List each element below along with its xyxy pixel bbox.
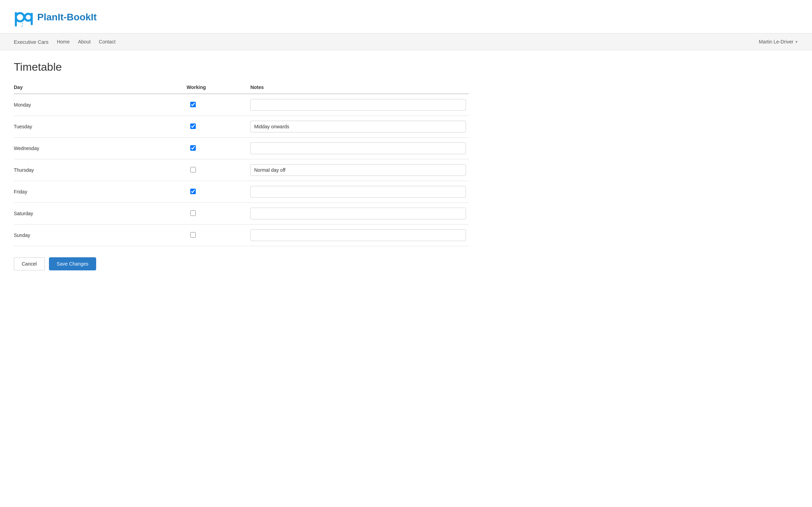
page-title: Timetable	[14, 61, 469, 73]
table-row: Wednesday	[14, 138, 469, 159]
checkbox-working-thursday[interactable]	[190, 167, 196, 172]
table-header-row: Day Working Notes	[14, 82, 469, 94]
checkbox-working-friday[interactable]	[190, 189, 196, 194]
input-notes-monday[interactable]	[250, 99, 466, 111]
nav-link-home[interactable]: Home	[57, 39, 70, 44]
save-button[interactable]: Save Changes	[49, 257, 97, 270]
nav-link-about[interactable]: About	[78, 39, 91, 44]
col-header-notes: Notes	[250, 82, 469, 94]
cell-notes-thursday	[250, 159, 469, 181]
cell-day-friday: Friday	[14, 181, 187, 203]
cell-day-saturday: Saturday	[14, 203, 187, 225]
navbar-links: Home About Contact	[57, 39, 759, 44]
navbar-brand: Executive Cars	[14, 39, 49, 45]
cell-working-friday	[187, 181, 251, 203]
input-notes-wednesday[interactable]	[250, 142, 466, 154]
cell-working-monday	[187, 94, 251, 116]
cell-day-thursday: Thursday	[14, 159, 187, 181]
nav-link-contact[interactable]: Contact	[99, 39, 115, 44]
navbar: Executive Cars Home About Contact Martin…	[0, 33, 812, 50]
cell-notes-monday	[250, 94, 469, 116]
cell-notes-saturday	[250, 203, 469, 225]
cell-working-tuesday	[187, 116, 251, 138]
timetable: Day Working Notes MondayTuesdayWednesday…	[14, 82, 469, 246]
logo-area: PlanIt-BookIt	[0, 0, 812, 33]
cell-notes-wednesday	[250, 138, 469, 159]
logo-icon	[14, 7, 34, 28]
logo: PlanIt-BookIt	[14, 7, 798, 28]
checkbox-working-sunday[interactable]	[190, 232, 196, 238]
navbar-username: Martin Le-Driver	[759, 39, 793, 44]
cell-day-monday: Monday	[14, 94, 187, 116]
checkbox-working-saturday[interactable]	[190, 210, 196, 216]
cell-day-tuesday: Tuesday	[14, 116, 187, 138]
navbar-user-menu[interactable]: Martin Le-Driver ▼	[759, 39, 798, 44]
cell-notes-friday	[250, 181, 469, 203]
cell-day-sunday: Sunday	[14, 225, 187, 246]
checkbox-working-monday[interactable]	[190, 102, 196, 107]
table-row: Saturday	[14, 203, 469, 225]
table-row: Tuesday	[14, 116, 469, 138]
cancel-button[interactable]: Cancel	[14, 257, 45, 270]
chevron-down-icon: ▼	[795, 40, 798, 44]
cell-working-saturday	[187, 203, 251, 225]
col-header-working: Working	[187, 82, 251, 94]
table-row: Monday	[14, 94, 469, 116]
cell-working-thursday	[187, 159, 251, 181]
input-notes-saturday[interactable]	[250, 208, 466, 219]
input-notes-tuesday[interactable]	[250, 121, 466, 132]
action-buttons: Cancel Save Changes	[14, 257, 469, 270]
col-header-day: Day	[14, 82, 187, 94]
cell-notes-tuesday	[250, 116, 469, 138]
cell-working-sunday	[187, 225, 251, 246]
cell-day-wednesday: Wednesday	[14, 138, 187, 159]
input-notes-friday[interactable]	[250, 186, 466, 198]
logo-name: PlanIt-BookIt	[37, 12, 97, 23]
table-row: Sunday	[14, 225, 469, 246]
input-notes-thursday[interactable]	[250, 164, 466, 176]
cell-notes-sunday	[250, 225, 469, 246]
table-row: Thursday	[14, 159, 469, 181]
table-row: Friday	[14, 181, 469, 203]
cell-working-wednesday	[187, 138, 251, 159]
checkbox-working-tuesday[interactable]	[190, 123, 196, 129]
input-notes-sunday[interactable]	[250, 229, 466, 241]
svg-point-0	[16, 13, 24, 21]
main-content: Timetable Day Working Notes MondayTuesda…	[0, 50, 483, 284]
checkbox-working-wednesday[interactable]	[190, 145, 196, 151]
